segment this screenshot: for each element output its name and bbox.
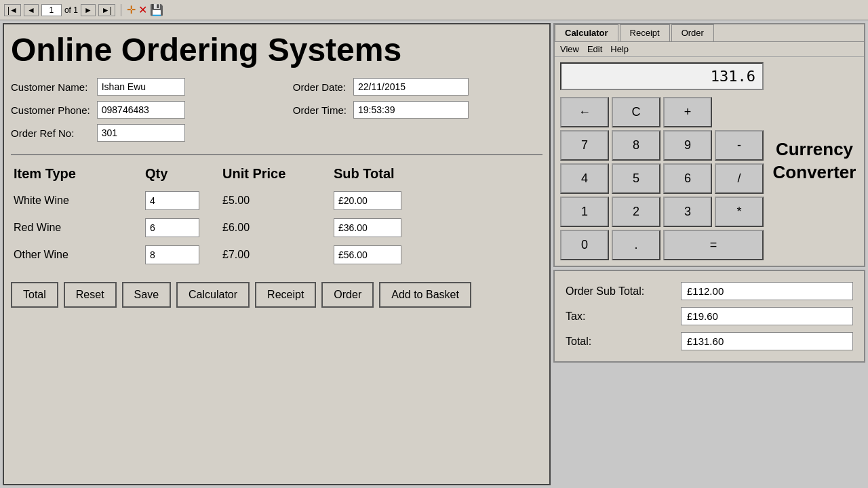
main-content: Online Ordering Systems Customer Name: O… <box>0 20 868 488</box>
nav-last-button[interactable]: ►| <box>98 4 115 16</box>
calc-tabs: Calculator Receipt Order <box>555 24 864 42</box>
calc-backspace-button[interactable]: ← <box>560 97 609 127</box>
page-of-text: of 1 <box>64 5 78 15</box>
item-name-red-wine: Red Wine <box>14 222 142 234</box>
unit-price-red-wine: £6.00 <box>222 222 331 234</box>
action-buttons: Total Reset Save Calculator Receipt Orde… <box>11 282 542 308</box>
calc-multiply-button[interactable]: * <box>715 197 764 227</box>
subtotal-white-wine[interactable] <box>334 191 401 210</box>
col-sub-total: Sub Total <box>334 166 442 182</box>
calc-6-button[interactable]: 6 <box>663 163 712 194</box>
tab-receipt[interactable]: Receipt <box>620 24 670 41</box>
left-panel: Online Ordering Systems Customer Name: O… <box>3 23 551 485</box>
reset-button[interactable]: Reset <box>64 282 117 308</box>
tab-calculator[interactable]: Calculator <box>555 24 618 41</box>
calculator-button[interactable]: Calculator <box>176 282 250 308</box>
save-button[interactable]: Save <box>122 282 171 308</box>
calc-display: 131.6 <box>560 62 764 90</box>
calc-7-button[interactable]: 7 <box>560 130 609 161</box>
calc-minus-button[interactable]: - <box>715 130 764 161</box>
separator <box>121 4 121 16</box>
summary-row-tax: Tax: <box>566 307 853 325</box>
item-name-white-wine: White Wine <box>14 195 142 207</box>
order-button[interactable]: Order <box>321 282 374 308</box>
add-to-basket-button[interactable]: Add to Basket <box>379 282 471 308</box>
col-unit-price: Unit Price <box>222 166 331 182</box>
calculator-panel: Calculator Receipt Order View Edit Help … <box>553 23 865 267</box>
order-table-header: Item Type Qty Unit Price Sub Total <box>11 161 542 187</box>
calc-clear-button[interactable]: C <box>612 97 660 127</box>
tax-value[interactable] <box>681 307 853 325</box>
calc-4-button[interactable]: 4 <box>560 163 609 194</box>
customer-phone-label: Customer Phone: <box>11 104 90 116</box>
calc-plus-button[interactable]: + <box>663 97 712 127</box>
summary-row-total: Total: <box>566 332 853 350</box>
move-icon: ✛ <box>127 3 136 16</box>
nav-next-button[interactable]: ► <box>81 4 96 16</box>
customer-phone-input[interactable] <box>97 101 185 119</box>
calc-2-button[interactable]: 2 <box>612 197 660 227</box>
tax-label: Tax: <box>566 310 674 323</box>
item-name-other-wine: Other Wine <box>14 249 142 261</box>
unit-price-white-wine: £5.00 <box>222 195 331 207</box>
calc-0-button[interactable]: 0 <box>560 230 609 260</box>
subtotal-red-wine[interactable] <box>334 218 401 237</box>
summary-row-subtotal: Order Sub Total: <box>566 282 853 300</box>
page-number-input[interactable] <box>41 4 62 16</box>
calc-buttons: ← C + 7 8 9 - 4 5 6 / <box>560 97 764 260</box>
menu-help[interactable]: Help <box>610 44 629 54</box>
toolbar: |◄ ◄ of 1 ► ►| ✛ ✕ 💾 <box>0 0 868 20</box>
qty-input-white-wine[interactable] <box>145 191 199 210</box>
calc-left: 131.6 ← C + 7 8 9 - 4 <box>560 62 764 260</box>
calc-equals-button[interactable]: = <box>663 230 764 260</box>
nav-prev-button[interactable]: ◄ <box>24 4 39 16</box>
qty-input-other-wine[interactable] <box>145 245 199 264</box>
total-label: Total: <box>566 336 674 348</box>
nav-first-button[interactable]: |◄ <box>4 4 21 16</box>
customer-info: Customer Name: Order Date: Customer Phon… <box>11 78 542 142</box>
table-row: Red Wine £6.00 <box>11 214 542 241</box>
total-value[interactable] <box>681 332 853 350</box>
calc-8-button[interactable]: 8 <box>612 130 660 161</box>
order-time-input[interactable] <box>353 101 469 119</box>
total-button[interactable]: Total <box>11 282 58 308</box>
menu-edit[interactable]: Edit <box>587 44 602 54</box>
calc-divide-button[interactable]: / <box>715 163 764 194</box>
calc-body: 131.6 ← C + 7 8 9 - 4 <box>555 57 864 266</box>
divider <box>11 154 542 155</box>
table-row: Other Wine £7.00 <box>11 241 542 268</box>
menu-view[interactable]: View <box>560 44 579 54</box>
order-ref-label: Order Ref No: <box>11 127 90 139</box>
close-icon: ✕ <box>138 3 147 16</box>
unit-price-other-wine: £7.00 <box>222 249 331 261</box>
customer-name-input[interactable] <box>97 78 185 96</box>
customer-name-label: Customer Name: <box>11 81 90 93</box>
currency-converter-label: Currency Converter <box>770 62 859 260</box>
sub-total-value[interactable] <box>681 282 853 300</box>
save-icon: 💾 <box>150 3 163 16</box>
calc-menubar: View Edit Help <box>555 42 864 57</box>
right-panel: Calculator Receipt Order View Edit Help … <box>553 23 865 485</box>
tab-order[interactable]: Order <box>671 24 714 41</box>
calc-dot-button[interactable]: . <box>612 230 660 260</box>
col-qty: Qty <box>145 166 220 182</box>
app-title: Online Ordering Systems <box>11 31 542 68</box>
qty-input-red-wine[interactable] <box>145 218 199 237</box>
subtotal-other-wine[interactable] <box>334 245 401 264</box>
summary-panel: Order Sub Total: Tax: Total: <box>553 270 865 363</box>
order-ref-input[interactable] <box>97 124 185 142</box>
order-date-label: Order Date: <box>293 81 347 93</box>
calc-1-button[interactable]: 1 <box>560 197 609 227</box>
order-date-input[interactable] <box>353 78 469 96</box>
calc-9-button[interactable]: 9 <box>663 130 712 161</box>
receipt-button[interactable]: Receipt <box>255 282 316 308</box>
calc-5-button[interactable]: 5 <box>612 163 660 194</box>
table-row: White Wine £5.00 <box>11 187 542 214</box>
order-time-label: Order Time: <box>293 104 347 116</box>
calc-3-button[interactable]: 3 <box>663 197 712 227</box>
sub-total-label: Order Sub Total: <box>566 285 674 298</box>
col-item-type: Item Type <box>14 166 142 182</box>
